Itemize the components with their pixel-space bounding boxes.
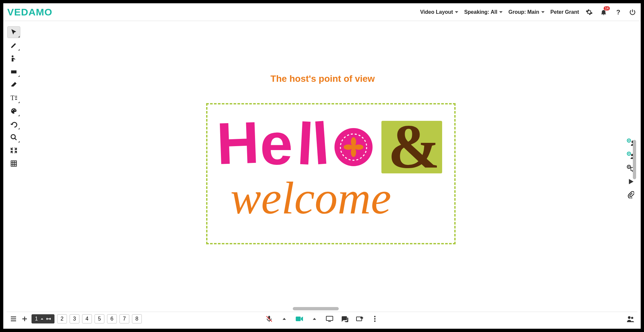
svg-text:welcome: welcome	[230, 172, 391, 223]
video-layout-dropdown[interactable]: Video Layout	[420, 9, 458, 15]
media-controls	[265, 315, 379, 323]
svg-point-1	[12, 55, 14, 57]
chevron-down-icon	[455, 11, 458, 13]
svg-point-22	[354, 144, 363, 150]
speaking-dropdown[interactable]: Speaking: All	[464, 9, 503, 15]
svg-text:e: e	[260, 112, 293, 177]
top-bar: VEDAMO Video Layout Speaking: All Group:…	[3, 3, 641, 21]
settings-button[interactable]	[585, 8, 593, 16]
page-chip[interactable]: 7	[119, 314, 129, 323]
camera-toggle-button[interactable]	[295, 315, 304, 323]
page-number: 6	[111, 316, 114, 322]
eraser-tool[interactable]	[7, 79, 20, 91]
selection-marquee[interactable]: H e l l & welcome	[206, 103, 456, 244]
page-number: 4	[86, 316, 89, 322]
text-icon: T	[10, 94, 18, 101]
video-layout-label: Video Layout	[420, 9, 453, 15]
speaking-label: Speaking:	[464, 9, 489, 15]
svg-point-9	[14, 110, 15, 111]
help-button[interactable]: ?	[614, 8, 622, 16]
group-value: Main	[527, 9, 539, 15]
horizontal-scrollbar[interactable]	[22, 307, 623, 311]
svg-point-47	[374, 316, 376, 317]
svg-point-21	[344, 144, 353, 150]
svg-point-10	[11, 135, 15, 139]
fit-tool[interactable]	[7, 144, 20, 156]
top-right-controls: Video Layout Speaking: All Group: Main P…	[420, 8, 637, 16]
page-chip[interactable]: 5	[95, 314, 104, 323]
annotation-title-text: The host's point of view	[270, 74, 375, 84]
svg-point-49	[374, 320, 376, 321]
breakout-icon	[356, 316, 364, 322]
svg-rect-44	[326, 316, 333, 321]
magnifier-icon	[10, 134, 17, 141]
hello-welcome-artwork: H e l l & welcome	[217, 112, 447, 236]
share-screen-button[interactable]	[325, 315, 334, 323]
rectangle-icon	[10, 68, 17, 75]
camera-options-button[interactable]	[310, 315, 319, 323]
svg-point-8	[13, 109, 14, 110]
hamburger-icon	[10, 316, 17, 322]
page-chip-current[interactable]: 1	[32, 314, 54, 323]
mic-toggle-button[interactable]	[265, 315, 273, 323]
help-icon: ?	[614, 9, 622, 16]
expander-icon	[18, 141, 20, 143]
svg-point-51	[631, 317, 633, 319]
gear-icon	[586, 9, 593, 16]
page-chip[interactable]: 4	[82, 314, 92, 323]
grid-tool[interactable]	[7, 158, 20, 169]
participants-corner	[626, 315, 635, 323]
chevron-down-icon	[499, 11, 503, 13]
svg-text:?: ?	[616, 9, 620, 16]
page-chip[interactable]: 2	[57, 314, 67, 323]
expander-icon	[18, 75, 20, 77]
mic-muted-icon	[266, 315, 273, 322]
breakout-button[interactable]	[355, 315, 364, 323]
horizontal-scroll-thumb[interactable]	[293, 307, 339, 310]
undo-icon	[10, 121, 17, 128]
page-chip[interactable]: 3	[70, 314, 79, 323]
svg-text:l: l	[311, 112, 332, 177]
chevron-up-icon	[283, 318, 286, 320]
whiteboard-canvas[interactable]: The host's point of view H e l l & welco…	[22, 24, 623, 312]
expand-horizontal-icon	[46, 317, 51, 321]
add-page-button[interactable]	[20, 315, 29, 323]
svg-point-20	[351, 148, 356, 157]
pointer-tool[interactable]	[7, 53, 20, 64]
username-label[interactable]: Peter Grant	[550, 9, 579, 15]
expander-icon	[18, 128, 20, 129]
kebab-icon	[374, 316, 376, 322]
svg-point-19	[351, 137, 356, 146]
chevron-up-icon	[313, 318, 316, 320]
mic-options-button[interactable]	[280, 315, 289, 323]
presenter-icon	[10, 55, 17, 62]
page-navigator: 1 2 3 4 5 6 7 8	[9, 314, 142, 323]
camera-icon	[295, 316, 303, 322]
group-dropdown[interactable]: Group: Main	[508, 9, 545, 15]
svg-point-27	[628, 140, 630, 141]
power-button[interactable]	[628, 8, 637, 16]
collapse-icon	[10, 147, 17, 154]
notification-badge: 14	[604, 6, 610, 11]
vertical-scroll-thumb[interactable]	[633, 140, 636, 179]
svg-line-11	[15, 138, 17, 140]
page-number: 2	[61, 316, 64, 322]
page-chip[interactable]: 6	[107, 314, 117, 323]
chevron-down-icon	[541, 11, 545, 13]
chat-icon	[341, 316, 349, 322]
participants-button[interactable]	[626, 315, 635, 323]
page-chip[interactable]: 8	[132, 314, 142, 323]
more-options-button[interactable]	[371, 315, 379, 323]
svg-point-50	[628, 316, 631, 319]
speaking-value: All	[491, 9, 497, 15]
vertical-scrollbar[interactable]	[633, 25, 637, 311]
notifications-button[interactable]: 14	[599, 8, 608, 16]
svg-text:T: T	[11, 94, 14, 101]
pages-menu-button[interactable]	[9, 315, 18, 323]
chat-button[interactable]	[340, 315, 349, 323]
chevron-up-icon	[40, 317, 44, 321]
svg-rect-2	[11, 70, 17, 73]
page-number: 3	[73, 316, 76, 322]
svg-point-48	[374, 318, 376, 319]
power-icon	[629, 9, 636, 16]
